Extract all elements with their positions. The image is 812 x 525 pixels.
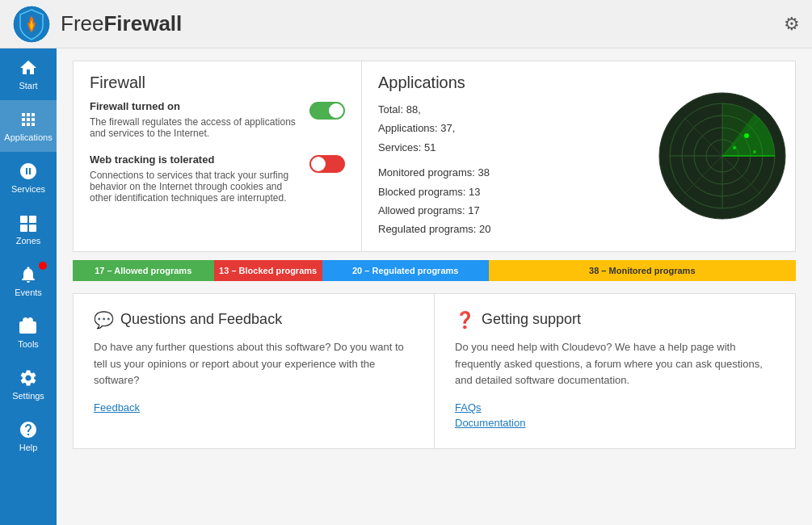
support-title: ❓ Getting support — [455, 310, 775, 330]
firewall-toggle[interactable] — [309, 102, 345, 120]
firewall-status-desc: The firewall regulates the access of app… — [90, 116, 301, 139]
question-mark-icon: ❓ — [455, 310, 475, 330]
tracking-toggle[interactable] — [309, 155, 345, 173]
main-layout: Start Applications Services Zones Events… — [0, 48, 812, 525]
applications-panel: Applications Total: 88, Applications: 37… — [362, 61, 650, 251]
feedback-panel: 💬 Questions and Feedback Do have any fur… — [74, 294, 435, 448]
svg-rect-2 — [29, 216, 36, 223]
svg-rect-4 — [29, 225, 36, 232]
documentation-link[interactable]: Documentation — [455, 417, 525, 429]
sidebar-item-zones[interactable]: Zones — [0, 204, 57, 255]
support-desc: Do you need help with Cloudevo? We have … — [455, 339, 775, 389]
faqs-link[interactable]: FAQs — [455, 401, 482, 414]
tracking-row: Web tracking is tolerated Connections to… — [90, 153, 345, 212]
svg-point-14 — [744, 133, 749, 138]
applications-title: Applications — [378, 74, 633, 92]
svg-rect-3 — [20, 225, 27, 232]
sidebar-item-applications[interactable]: Applications — [0, 100, 57, 152]
events-badge — [39, 262, 47, 270]
feedback-title: 💬 Questions and Feedback — [94, 310, 414, 330]
svg-point-15 — [733, 146, 736, 149]
progress-bar: 17 – Allowed programs 13 – Blocked progr… — [73, 260, 796, 281]
firewall-title: Firewall — [90, 74, 345, 92]
support-panel: ❓ Getting support Do you need help with … — [435, 294, 795, 448]
speech-bubble-icon: 💬 — [94, 310, 114, 330]
main-content: Firewall Firewall turned on The firewall… — [57, 48, 812, 525]
app-title: FreeFirewall — [61, 11, 182, 36]
top-section: Firewall Firewall turned on The firewall… — [73, 61, 796, 252]
sidebar-item-help[interactable]: Help — [0, 410, 57, 462]
svg-rect-1 — [20, 216, 27, 223]
sidebar-item-start[interactable]: Start — [0, 48, 57, 100]
firewall-on-row: Firewall turned on The firewall regulate… — [90, 100, 345, 147]
app-logo — [12, 5, 51, 44]
feedback-desc: Do have any further questions about this… — [94, 339, 414, 389]
app-header: FreeFirewall ⚙ — [0, 0, 812, 48]
sidebar-item-services[interactable]: Services — [0, 152, 57, 204]
app-stats: Total: 88, Applications: 37, Services: 5… — [378, 100, 633, 239]
tracking-desc: Connections to services that track your … — [90, 170, 301, 204]
pb-allowed: 17 – Allowed programs — [73, 260, 214, 281]
firewall-status-label: Firewall turned on — [90, 100, 301, 112]
sidebar-item-events[interactable]: Events — [0, 255, 57, 307]
sidebar: Start Applications Services Zones Events… — [0, 48, 57, 525]
radar-panel — [650, 61, 795, 251]
firewall-panel: Firewall Firewall turned on The firewall… — [74, 61, 362, 251]
bottom-section: 💬 Questions and Feedback Do have any fur… — [73, 293, 796, 449]
sidebar-item-tools[interactable]: Tools — [0, 307, 57, 359]
feedback-link[interactable]: Feedback — [94, 401, 140, 414]
sidebar-item-settings[interactable]: Settings — [0, 359, 57, 410]
settings-header-button[interactable]: ⚙ — [784, 14, 800, 35]
svg-point-16 — [753, 150, 756, 153]
radar-svg — [658, 91, 787, 220]
pb-monitored: 38 – Monitored programs — [489, 260, 796, 281]
tracking-label: Web tracking is tolerated — [90, 153, 301, 166]
pb-blocked: 13 – Blocked programs — [214, 260, 322, 281]
pb-regulated: 20 – Regulated programs — [322, 260, 489, 281]
